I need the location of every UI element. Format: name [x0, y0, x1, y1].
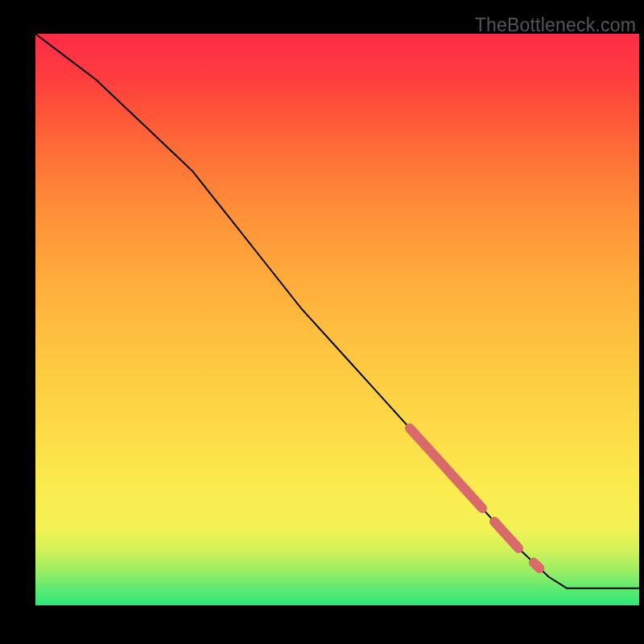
chart-svg [35, 34, 639, 605]
highlight-segment [534, 563, 540, 568]
highlight-segment [494, 522, 518, 548]
highlight-segment [410, 428, 482, 508]
watermark-text: TheBottleneck.com [475, 14, 636, 36]
chart-frame: TheBottleneck.com [0, 0, 644, 644]
curve-line [35, 34, 639, 588]
